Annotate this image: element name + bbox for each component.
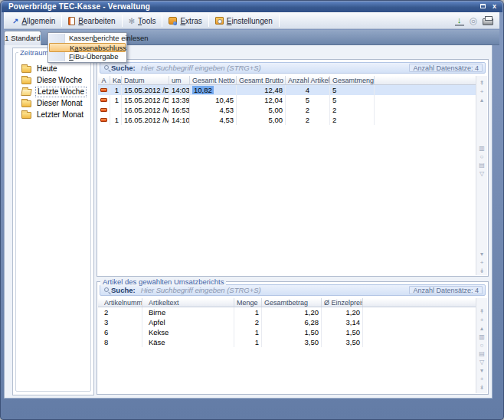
open-folder-icon <box>21 89 32 96</box>
import-icon[interactable]: ↓ <box>455 16 464 26</box>
add-icon[interactable]: + <box>480 375 484 383</box>
col-header-datum[interactable]: Datum <box>122 76 169 84</box>
toolbar-label: Extras <box>180 17 201 25</box>
search-icon <box>104 287 109 292</box>
folder-icon <box>21 77 31 84</box>
sidebar-item-dieser-monat[interactable]: Dieser Monat <box>13 97 93 109</box>
toolbar-separator <box>61 15 62 27</box>
col-header-artikelnummer[interactable]: Artikelnummer <box>98 298 142 307</box>
scroll-down-icon[interactable]: ▾ <box>480 366 483 375</box>
folder-icon <box>21 112 31 119</box>
col-header-filler <box>363 298 476 307</box>
toolbar-label: Einstellungen <box>227 17 273 25</box>
search-icon <box>104 65 109 70</box>
table-row[interactable]: 1 15.05.2012 /Di 13:39 10,45 12,04 5 5 <box>98 95 476 105</box>
close-icon: x <box>493 2 496 10</box>
grid-header-row: Artikelnummer Artikeltext Menge Gesamtbe… <box>98 298 476 307</box>
table-row[interactable]: 6 Kekse 1 1,50 1,50 <box>98 327 476 337</box>
col-header-filler <box>375 76 476 84</box>
scroll-top-icon[interactable]: ↟ <box>479 79 485 87</box>
article-grid: Artikelnummer Artikeltext Menge Gesamtbe… <box>98 298 476 393</box>
col-header-um[interactable]: um <box>169 76 190 84</box>
toolbar-item-einstellungen[interactable]: Einstellungen <box>210 14 278 28</box>
table-row[interactable]: 16.05.2012 /Mi 16:53 4,53 5,00 2 2 <box>98 105 476 115</box>
columns-icon[interactable]: ▥ <box>479 144 485 153</box>
scroll-bottom-icon[interactable]: ↡ <box>479 267 485 275</box>
toolbar-separator <box>279 15 280 27</box>
toolbar-item-allgemein[interactable]: ↗ Allgemein <box>7 14 61 28</box>
toolbar-label: Bearbeiten <box>78 17 115 25</box>
toolbar-label: Tools <box>138 17 155 25</box>
filter-icon[interactable]: ▽ <box>479 358 484 366</box>
table-row[interactable]: 1 16.05.2012 /Mi 14:10 4,53 5,00 2 2 <box>98 115 476 125</box>
scroll-down-icon[interactable]: ▾ <box>480 250 483 258</box>
table-row[interactable]: 3 Apfel 2 6,28 3,14 <box>98 317 476 327</box>
col-header-gesamtmeng[interactable]: Gesamtmeng <box>330 76 375 84</box>
search-tool-icon[interactable]: ○ <box>480 153 484 161</box>
app-window: Powerbridge TEC-Kasse - Verwaltung x ↗ A… <box>0 0 504 420</box>
scroll-top-icon[interactable]: ↟ <box>479 307 485 316</box>
layout-icon[interactable]: ▤ <box>479 349 485 358</box>
toolbar-item-tools[interactable]: ✻ Tools <box>123 14 162 28</box>
table-row[interactable]: 8 Käse 1 3,50 3,50 <box>98 337 476 347</box>
sales-report-grid: A Ka Datum um Gesamt Netto Gesamt Brutto… <box>98 76 476 275</box>
col-header-a[interactable]: A <box>98 76 110 84</box>
sidebar-item-diese-woche[interactable]: Diese Woche <box>13 74 93 86</box>
col-header-ka[interactable]: Ka <box>110 76 122 84</box>
search-tool-icon[interactable]: ○ <box>480 341 484 349</box>
sidebar-panel: Zeitraum Heute Diese Woche Letzte Woche <box>12 48 94 395</box>
toolbar-separator <box>208 15 209 27</box>
search-input[interactable]: Suche: Hier Suchbegriff eingeben (STRG+S… <box>100 62 486 74</box>
search-placeholder: Hier Suchbegriff eingeben (STRG+S) <box>141 286 261 294</box>
col-header-artikeltext[interactable]: Artikeltext <box>142 298 234 307</box>
menu-item-fibu-uebergabe[interactable]: FiBu-Übergabe <box>49 52 126 61</box>
toolbar-item-bearbeiten[interactable]: Bearbeiten <box>63 14 120 28</box>
table-row[interactable]: 1 15.05.2012 /Di 14:03 10,82 12,48 4 5 <box>98 85 476 95</box>
scroll-up-icon[interactable]: ▴ <box>480 96 483 104</box>
selected-cell-value: 10,82 <box>192 86 214 94</box>
filter-icon[interactable]: ▽ <box>479 169 484 178</box>
zeitraum-folder-list: Heute Diese Woche Letzte Woche Dieser Mo… <box>13 63 93 120</box>
sales-report-panel: Suche: Hier Suchbegriff eingeben (STRG+S… <box>97 59 489 277</box>
group-label-zeitraum: Zeitraum <box>18 48 50 57</box>
col-header-gesamt-brutto[interactable]: Gesamt Brutto▲ <box>237 76 286 84</box>
sidebar-item-letzter-monat[interactable]: Letzter Monat <box>13 109 93 120</box>
toolbar-item-extras[interactable]: Extras <box>163 14 207 28</box>
client-area: Zeitraum Heute Diese Woche Letzte Woche <box>4 45 493 399</box>
sidebar-item-letzte-woche[interactable]: Letzte Woche <box>13 86 93 97</box>
add-icon[interactable]: + <box>480 258 484 267</box>
grid-side-toolbar: ↟ + ▴ ▥ ○ ▤ ▽ ▾ + ↡ <box>476 76 487 275</box>
title-bar: Powerbridge TEC-Kasse - Verwaltung <box>2 2 502 12</box>
table-row[interactable]: 2 Birne 1 1,20 1,20 <box>98 307 476 317</box>
close-button[interactable]: x <box>489 2 499 11</box>
folder-icon <box>21 66 31 73</box>
sidebar-item-heute[interactable]: Heute <box>13 63 93 74</box>
menu-item-kassenabschluss[interactable]: Kassenabschluss <box>49 43 126 52</box>
settings-icon <box>215 17 224 25</box>
col-header-einzelpreis[interactable]: Ø Einzelpreis <box>322 298 363 307</box>
col-header-gesamt-netto[interactable]: Gesamt Netto <box>190 76 237 84</box>
search-input[interactable]: Suche: Hier Suchbegriff eingeben (STRG+S… <box>100 284 486 296</box>
add-icon[interactable]: + <box>480 87 484 96</box>
printer-icon[interactable] <box>483 18 493 25</box>
window-title: Powerbridge TEC-Kasse - Verwaltung <box>8 2 150 11</box>
col-header-anzahl-artikel[interactable]: Anzahl Artikel <box>286 76 330 84</box>
group-label-artikel: Artikel des gewählten Umsatzberichts <box>100 277 226 286</box>
columns-icon[interactable]: ▥ <box>479 333 485 341</box>
scroll-bottom-icon[interactable]: ↡ <box>479 383 485 392</box>
stamp-icon[interactable]: ◎ <box>470 15 477 26</box>
restore-button[interactable] <box>478 2 488 11</box>
scroll-up-icon[interactable]: ▴ <box>480 324 483 333</box>
grid-side-toolbar: ↟ + ▴ ▥ ○ ▤ ▽ ▾ + ↡ <box>476 298 487 393</box>
bearbeiten-dropdown-menu: Kassenberichte einlesen Kassenabschluss … <box>47 32 127 63</box>
toolbar-right-icons: ↓ ◎ <box>455 15 499 26</box>
col-header-gesamtbetrag[interactable]: Gesamtbetrag <box>262 298 322 307</box>
tab-standard[interactable]: 1 Standard <box>4 31 41 45</box>
report-icon <box>100 98 107 102</box>
layout-icon[interactable]: ▤ <box>479 161 485 169</box>
col-header-menge[interactable]: Menge <box>234 298 262 307</box>
menu-item-kassenberichte-einlesen[interactable]: Kassenberichte einlesen <box>49 34 126 43</box>
add-icon[interactable]: + <box>480 316 484 324</box>
edit-document-icon <box>68 17 75 25</box>
article-detail-panel: Suche: Hier Suchbegriff eingeben (STRG+S… <box>97 281 489 395</box>
